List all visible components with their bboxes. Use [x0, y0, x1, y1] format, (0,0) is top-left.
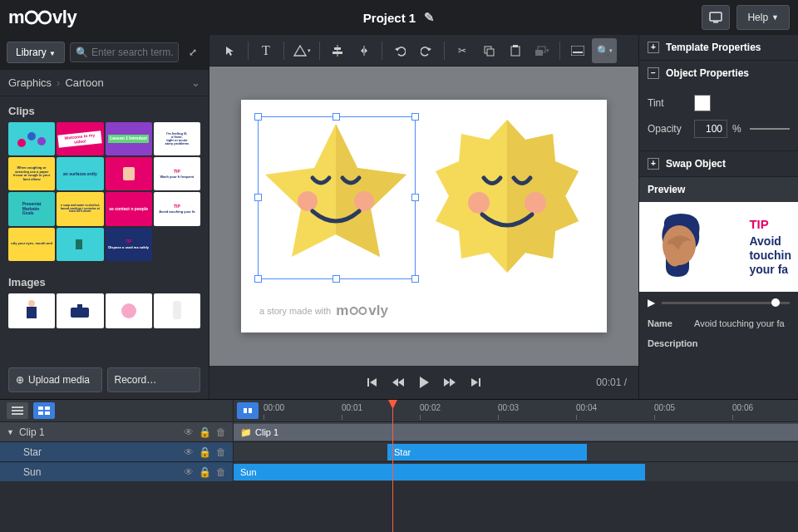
opacity-input[interactable]: [694, 120, 727, 138]
play-icon[interactable]: [418, 376, 430, 389]
row-label[interactable]: Clip 1: [19, 426, 45, 438]
clip-thumb[interactable]: Welcome to my video!: [57, 122, 103, 155]
record-button[interactable]: Record…: [107, 367, 201, 392]
resize-handle[interactable]: [254, 194, 262, 201]
library-button[interactable]: Library ▼: [7, 42, 65, 63]
resize-handle[interactable]: [254, 113, 262, 121]
breadcrumb-item[interactable]: Cartoon: [65, 76, 103, 89]
canvas[interactable]: a story made with mvly: [241, 100, 607, 332]
copy-icon[interactable]: [476, 38, 501, 63]
pointer-tool-icon[interactable]: [218, 38, 243, 63]
selection-box[interactable]: [258, 116, 416, 279]
clip-thumb[interactable]: TIPAvoid touching your fa: [154, 192, 200, 225]
clip-thumb[interactable]: TIPWash your h frequent: [154, 157, 200, 190]
preview-slider[interactable]: [662, 302, 790, 304]
resize-handle[interactable]: [332, 275, 340, 283]
clip-thumb[interactable]: TIPDispose o used ma safely: [106, 228, 152, 261]
eye-icon[interactable]: 👁: [184, 466, 194, 478]
timeline-mode-grid-icon[interactable]: [33, 402, 55, 419]
trash-icon[interactable]: 🗑: [216, 446, 226, 458]
timeline-bar[interactable]: Sun: [234, 464, 645, 480]
clip-thumb[interactable]: When coughing or sneezing use a paper ti…: [8, 157, 55, 190]
sun-object[interactable]: [416, 105, 598, 288]
align-center-icon[interactable]: [325, 38, 350, 63]
resize-handle[interactable]: [411, 194, 419, 201]
image-thumb[interactable]: [57, 293, 103, 328]
images-section-title: Images: [0, 268, 209, 293]
image-thumb[interactable]: [8, 293, 55, 328]
layers-icon[interactable]: ▾: [530, 38, 554, 63]
skip-end-icon[interactable]: [470, 377, 481, 388]
opacity-slider[interactable]: [750, 128, 790, 130]
svg-point-31: [351, 308, 357, 314]
edit-title-icon[interactable]: ✎: [424, 10, 435, 25]
svg-rect-44: [45, 411, 50, 415]
timeline-bar[interactable]: 📁Clip 1: [234, 424, 798, 441]
clip-thumb[interactable]: I'm feeling ill,a fever,tight or acuteat…: [154, 122, 200, 155]
canvas-stage[interactable]: a story made with mvly: [209, 66, 638, 366]
resize-handle[interactable]: [332, 113, 340, 121]
search-box[interactable]: 🔍: [70, 42, 179, 62]
redo-icon[interactable]: [414, 38, 439, 63]
lock-icon[interactable]: 🔒: [199, 466, 211, 478]
cut-icon[interactable]: ✂: [450, 38, 475, 63]
swap-object-header[interactable]: + Swap Object: [639, 151, 798, 176]
meta-desc-row: Description: [639, 333, 798, 353]
clip-thumb[interactable]: PresentatMarketinGoals: [8, 192, 55, 225]
paste-icon[interactable]: [503, 38, 528, 63]
zoom-icon[interactable]: 🔍▾: [592, 38, 617, 63]
clip-thumb[interactable]: [106, 157, 152, 190]
resize-handle[interactable]: [254, 275, 262, 283]
lock-icon[interactable]: 🔒: [199, 446, 211, 458]
help-button[interactable]: Help▼: [736, 5, 790, 30]
images-row: [0, 293, 209, 328]
clips-section-title: Clips: [0, 96, 209, 122]
eye-icon[interactable]: 👁: [184, 426, 194, 438]
trash-icon[interactable]: 🗑: [216, 466, 226, 478]
clip-thumb[interactable]: [57, 228, 103, 261]
breadcrumb-dropdown-icon[interactable]: ⌄: [191, 76, 200, 89]
playhead[interactable]: [392, 400, 393, 532]
clip-thumb[interactable]: se contact n people: [106, 192, 152, 225]
clip-thumb[interactable]: Lesson 1 Introduct: [106, 122, 152, 155]
trash-icon[interactable]: 🗑: [216, 426, 226, 438]
expand-icon[interactable]: ⤢: [184, 43, 202, 62]
search-input[interactable]: [91, 47, 173, 58]
clip-thumb[interactable]: an surfaces ently: [57, 157, 103, 190]
svg-rect-8: [76, 239, 82, 249]
preview-button[interactable]: [702, 5, 730, 30]
chevron-down-icon[interactable]: ▼: [7, 428, 14, 436]
svg-point-32: [360, 308, 367, 314]
image-thumb[interactable]: [106, 293, 152, 328]
lock-icon[interactable]: 🔒: [199, 426, 211, 438]
row-label[interactable]: Star: [23, 446, 42, 458]
timeline-ruler[interactable]: 00:0000:0100:0200:0300:0400:0500:0600:07: [233, 400, 798, 421]
clip-thumb[interactable]: [8, 122, 55, 155]
clip-thumb[interactable]: n soap and water m alcohol-based sanitiz…: [57, 192, 103, 225]
row-label[interactable]: Sun: [23, 466, 41, 478]
text-tool-icon[interactable]: T: [254, 38, 278, 63]
tint-swatch[interactable]: [694, 95, 711, 111]
image-thumb[interactable]: [154, 293, 200, 328]
object-props-header[interactable]: − Object Properties: [639, 61, 798, 86]
breadcrumb-item[interactable]: Graphics: [8, 76, 52, 89]
eye-icon[interactable]: 👁: [184, 446, 194, 458]
clip-thumb[interactable]: utly your eyes, mouth and: [8, 228, 55, 261]
flip-icon[interactable]: [352, 38, 377, 63]
snap-icon[interactable]: [237, 402, 259, 419]
svg-point-4: [17, 139, 26, 147]
subtitle-icon[interactable]: [565, 38, 590, 63]
resize-handle[interactable]: [411, 113, 419, 121]
resize-handle[interactable]: [411, 275, 419, 283]
forward-icon[interactable]: [443, 377, 456, 388]
rewind-icon[interactable]: [392, 377, 405, 388]
template-props-header[interactable]: + Template Properties: [639, 35, 798, 60]
preview-play-icon[interactable]: ▶: [648, 297, 655, 308]
svg-rect-10: [27, 307, 37, 318]
undo-icon[interactable]: [387, 38, 412, 63]
timeline-mode-list-icon[interactable]: [7, 402, 28, 419]
timeline-bar[interactable]: Star: [387, 444, 587, 461]
skip-start-icon[interactable]: [367, 377, 378, 388]
upload-media-button[interactable]: ⊕Upload media: [8, 367, 102, 392]
shape-tool-icon[interactable]: ▾: [289, 38, 314, 63]
